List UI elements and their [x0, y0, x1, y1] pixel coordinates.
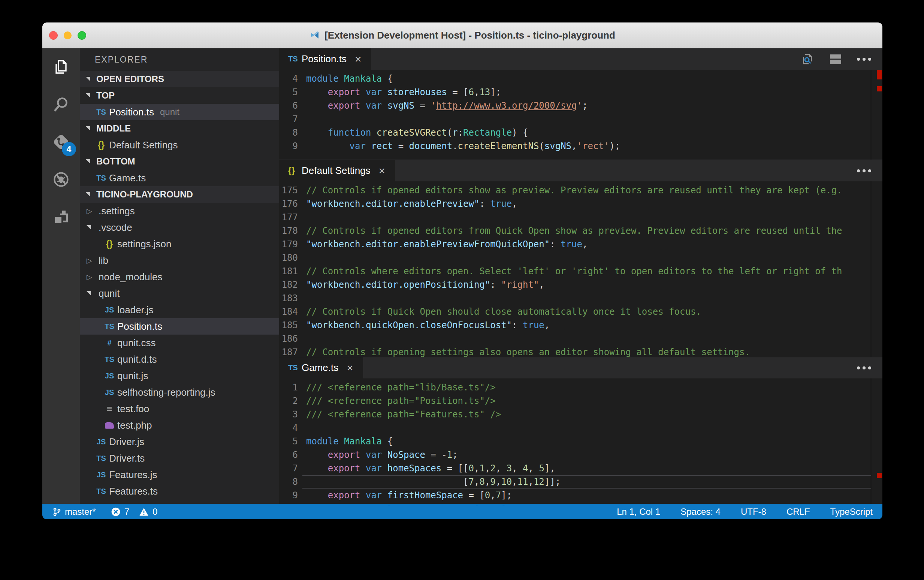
tree-item-loader-js[interactable]: JSloader.js [80, 302, 279, 318]
open-editor-default-settings[interactable]: {}Default Settings [80, 137, 279, 153]
editor-content-position[interactable]: 4module Mankala {5 export var storeHouse… [279, 70, 883, 160]
tab-position-ts[interactable]: TSPosition.ts× [279, 48, 371, 70]
code-text: module Mankala { [306, 72, 393, 86]
zoom-window-button[interactable] [77, 31, 86, 40]
line-number: 187 [279, 346, 298, 357]
editor-group-top[interactable]: TOP [80, 87, 279, 104]
code-line-184: 184// Controls if Quick Open should clos… [279, 305, 883, 318]
close-icon[interactable]: × [379, 165, 385, 176]
tree-item-game-js[interactable]: JSGame.js [80, 499, 279, 504]
tree-item-qunit-d-ts[interactable]: TSqunit.d.ts [80, 351, 279, 367]
tree-item-lib[interactable]: ▷lib [80, 252, 279, 269]
tree-item-features-ts[interactable]: TSFeatures.ts [80, 483, 279, 499]
more-icon[interactable] [857, 169, 871, 172]
editor-group-bottom[interactable]: BOTTOM [80, 153, 279, 170]
activitybar-search[interactable] [42, 86, 80, 123]
activitybar-source-control[interactable]: 4 [42, 123, 80, 161]
scm-branch-status[interactable]: master* [52, 507, 96, 517]
tree-item-selfhosting-reporting-js[interactable]: JSselfhosting-reporting.js [80, 384, 279, 400]
editor-group-middle[interactable]: MIDDLE [80, 120, 279, 137]
tree-item-settings[interactable]: ▷.settings [80, 203, 279, 219]
js-file-icon: JS [95, 438, 107, 446]
titlebar[interactable]: [Extension Development Host] - Position.… [42, 23, 883, 48]
open-editor-position-ts[interactable]: TSPosition.tsqunit [80, 104, 279, 120]
activitybar-debug[interactable] [42, 161, 80, 198]
eol[interactable]: CRLF [786, 507, 810, 517]
code-line-4: 4module Mankala { [279, 72, 883, 86]
code-line-4: 4 [279, 421, 883, 435]
warning-icon [139, 507, 149, 517]
line-number: 9 [279, 139, 298, 153]
tab-default-settings[interactable]: {}Default Settings× [279, 160, 395, 181]
ts-file-icon: TS [103, 322, 116, 331]
overview-ruler [871, 70, 871, 160]
line-number: 5 [279, 435, 298, 448]
branch-name: master* [65, 507, 96, 517]
activitybar-explorer[interactable] [42, 48, 80, 86]
code-text: // Controls if Quick Open should close a… [306, 305, 702, 318]
line-number: 179 [279, 237, 298, 251]
activity-bar: 4 [42, 48, 80, 504]
error-marker [877, 473, 882, 478]
tree-item-settings-json[interactable]: {}settings.json [80, 236, 279, 252]
problems-status[interactable]: 7 0 [111, 507, 164, 517]
search-icon [52, 96, 70, 114]
tree-item-features-js[interactable]: JSFeatures.js [80, 466, 279, 483]
chevron-collapsed-icon: ▷ [87, 207, 96, 216]
tree-item-driver-ts[interactable]: TSDriver.ts [80, 450, 279, 466]
line-number: 184 [279, 305, 298, 318]
folder-root-header[interactable]: TICINO-PLAYGROUND [80, 186, 279, 203]
tree-item-qunit-css[interactable]: #qunit.css [80, 334, 279, 351]
json-file-icon: {} [95, 140, 107, 150]
code-text: function createSVGRect(r:Rectangle) { [306, 126, 528, 139]
preview-search-icon[interactable] [801, 53, 814, 66]
code-line-185: 185"workbench.quickOpen.closeOnFocusLost… [279, 318, 883, 332]
encoding[interactable]: UTF-8 [741, 507, 766, 517]
indentation[interactable]: Spaces: 4 [680, 507, 721, 517]
tree-item-qunit-js[interactable]: JSqunit.js [80, 367, 279, 384]
open-editors-section: OPEN EDITORSTOPTSPosition.tsqunitMIDDLE{… [80, 71, 279, 186]
tab-game-ts[interactable]: TSGame.ts× [279, 357, 363, 379]
ts-file-icon: TS [288, 55, 300, 63]
tree-item-vscode[interactable]: .vscode [80, 219, 279, 236]
cursor-position[interactable]: Ln 1, Col 1 [617, 507, 660, 517]
code-line-182: 182"workbench.editor.openPositioning": "… [279, 278, 883, 292]
window-title: [Extension Development Host] - Position.… [324, 30, 615, 41]
code-line-179: 179"workbench.editor.enablePreviewFromQu… [279, 237, 883, 251]
chevron-expanded-icon [87, 291, 96, 296]
tree-item-test-php[interactable]: test.php [80, 417, 279, 433]
language-mode[interactable]: TypeScript [830, 507, 873, 517]
line-number: 6 [279, 99, 298, 112]
editor-content-default-settings[interactable]: 175// Controls if opened editors show as… [279, 181, 883, 357]
more-icon[interactable] [857, 58, 871, 61]
tree-item-node-modules[interactable]: ▷node_modules [80, 269, 279, 285]
close-icon[interactable]: × [355, 54, 362, 65]
code-line-176: 176"workbench.editor.enablePreview": tru… [279, 197, 883, 211]
minimize-window-button[interactable] [64, 31, 72, 40]
tree-item-driver-js[interactable]: JSDriver.js [80, 433, 279, 450]
close-icon[interactable]: × [347, 362, 353, 374]
code-line-187: 187// Controls if opening settings also … [279, 346, 883, 357]
close-window-button[interactable] [49, 31, 58, 40]
code-text: "workbench.quickOpen.closeOnFocusLost": … [306, 318, 550, 332]
open-editor-game-ts[interactable]: TSGame.ts [80, 170, 279, 186]
desktop-background: [Extension Development Host] - Position.… [0, 0, 924, 580]
explorer-content[interactable]: OPEN EDITORSTOPTSPosition.tsqunitMIDDLE{… [80, 71, 279, 504]
chevron-collapsed-icon: ▷ [87, 256, 96, 265]
tree-item-test-foo[interactable]: ≡test.foo [80, 400, 279, 417]
code-text: export var storeHouses = [6,13]; [306, 86, 501, 99]
line-number: 181 [279, 265, 298, 278]
open-editors-header[interactable]: OPEN EDITORS [80, 71, 279, 87]
editor-content-game[interactable]: 1/// <reference path="lib/Base.ts"/>2///… [279, 379, 883, 505]
chevron-expanded-icon [87, 225, 96, 230]
tree-item-position-ts[interactable]: TSPosition.ts [80, 318, 279, 334]
code-line-6: 6 export var NoSpace = -1; [279, 448, 883, 461]
js-file-icon: JS [103, 372, 116, 380]
split-editor-icon[interactable] [829, 54, 842, 65]
code-text: /// <reference path="Position.ts"/> [306, 394, 496, 408]
tree-item-qunit[interactable]: qunit [80, 285, 279, 302]
code-text: export var NoSpace = -1; [306, 448, 458, 461]
more-icon[interactable] [857, 366, 871, 369]
activitybar-extensions[interactable] [42, 198, 80, 236]
css-file-icon: # [103, 339, 116, 347]
